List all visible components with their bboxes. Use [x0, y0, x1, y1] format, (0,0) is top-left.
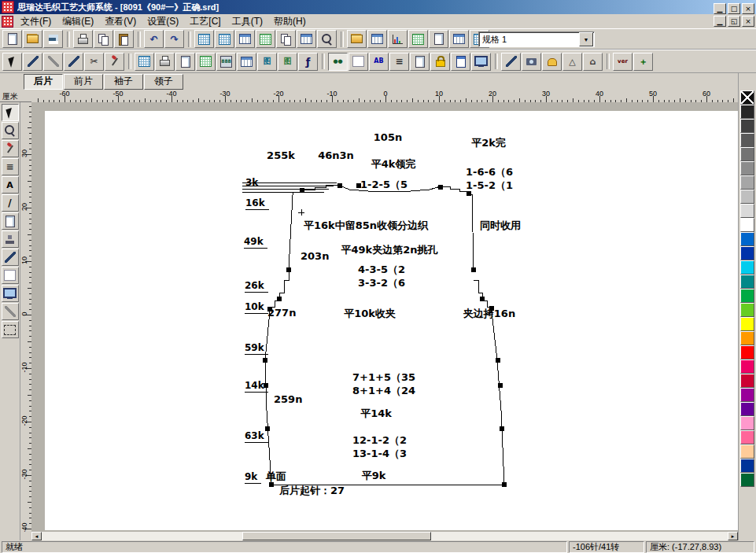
mdi-close-button[interactable]: ×: [742, 16, 754, 27]
piece-print-button[interactable]: [155, 53, 175, 71]
pattern-node[interactable]: [277, 297, 282, 301]
sheet-view-button[interactable]: [410, 53, 430, 71]
color-grid-button[interactable]: [256, 30, 275, 48]
color-swatch-26[interactable]: [740, 459, 754, 473]
minimize-button[interactable]: ▁: [714, 3, 726, 14]
lines-mode-button[interactable]: ≡: [389, 53, 409, 71]
pattern-node[interactable]: [286, 267, 291, 272]
scrollbar-thumb[interactable]: [242, 532, 431, 540]
color-swatch-15[interactable]: [740, 303, 754, 317]
picker-button[interactable]: [2, 303, 19, 320]
color-swatch-27[interactable]: [740, 473, 754, 487]
undo-button[interactable]: ↶: [144, 30, 164, 48]
color-swatch-17[interactable]: [740, 331, 754, 345]
pattern-node[interactable]: [265, 426, 270, 431]
redo-button[interactable]: ↷: [164, 30, 184, 48]
color-swatch-3[interactable]: [740, 133, 754, 147]
gauge-button[interactable]: △: [562, 53, 582, 71]
color-swatch-5[interactable]: [740, 161, 754, 175]
close-button[interactable]: ×: [742, 3, 754, 14]
color-swatch-21[interactable]: [740, 388, 754, 402]
print-button[interactable]: [73, 30, 93, 48]
menu-item-帮助(H)[interactable]: 帮助(H): [268, 14, 312, 29]
image-edit-button[interactable]: 图: [278, 53, 297, 71]
stamp-button[interactable]: [2, 230, 19, 248]
dots-mode-button[interactable]: ●●: [328, 53, 348, 71]
pattern-node[interactable]: [467, 191, 471, 196]
zoom-view-button[interactable]: [317, 30, 337, 48]
color-swatch-12[interactable]: [740, 260, 754, 275]
label-ab-button[interactable]: AB: [369, 53, 389, 71]
tool-pen-button[interactable]: [23, 53, 42, 71]
craft-grid-button[interactable]: [408, 30, 428, 48]
color-swatch-9[interactable]: [740, 218, 754, 232]
tab-后片[interactable]: 后片: [24, 74, 63, 90]
camera-button[interactable]: [522, 53, 541, 71]
scrollbar-track[interactable]: [42, 532, 728, 540]
marquee-button[interactable]: [2, 321, 19, 338]
pattern-node[interactable]: [337, 183, 342, 188]
tool-select-button[interactable]: [2, 53, 22, 71]
save-file-button[interactable]: [43, 30, 63, 48]
spec-combobox[interactable]: 规格 1 ▼: [478, 31, 595, 47]
paste-button[interactable]: [114, 30, 134, 48]
maximize-button[interactable]: □: [728, 3, 740, 14]
color-swatch-4[interactable]: [740, 147, 754, 161]
monitor-view-button[interactable]: [471, 53, 491, 71]
page-button[interactable]: [2, 212, 19, 230]
pin-button[interactable]: [2, 140, 19, 157]
color-swatch-1[interactable]: [740, 105, 754, 119]
version-edit-button[interactable]: ver: [613, 53, 632, 71]
color-swatch-14[interactable]: [740, 289, 754, 303]
color-swatch-24[interactable]: [740, 430, 754, 444]
pointer-button[interactable]: [2, 104, 19, 121]
combo-dropdown-icon[interactable]: ▼: [579, 32, 593, 46]
pattern-drawing[interactable]: [31, 102, 738, 532]
color-swatch-22[interactable]: [740, 402, 754, 416]
formula-button[interactable]: ƒ: [298, 53, 318, 71]
home-view-button[interactable]: ⌂: [583, 53, 603, 71]
node-button[interactable]: [2, 267, 19, 284]
preview-button[interactable]: [2, 285, 19, 302]
pattern-node[interactable]: [264, 383, 268, 388]
pattern-node[interactable]: [263, 358, 267, 363]
pattern-node[interactable]: [267, 307, 272, 312]
scroll-left-button[interactable]: ◄: [31, 532, 42, 540]
menu-item-查看(V)[interactable]: 查看(V): [99, 14, 142, 29]
color-swatch-16[interactable]: [740, 317, 754, 331]
pattern-node[interactable]: [502, 482, 507, 487]
color-swatch-2[interactable]: [740, 119, 754, 133]
pattern-node[interactable]: [489, 306, 494, 311]
grid-edit-button[interactable]: [135, 53, 154, 71]
add-note-button[interactable]: ＋: [633, 53, 653, 71]
title-bar[interactable]: 思瑞达毛织工艺大师系统 - [8091《90#一》正确.srd] ▁□×: [0, 0, 756, 14]
data-table-button[interactable]: [297, 30, 316, 48]
line-button[interactable]: /: [2, 194, 19, 212]
menu-item-工艺[C][interactable]: 工艺[C]: [184, 14, 226, 29]
color-swatch-8[interactable]: [740, 204, 754, 218]
new-file-button[interactable]: [2, 30, 22, 48]
color-swatch-20[interactable]: [740, 374, 754, 388]
pattern-node[interactable]: [356, 183, 361, 188]
page-setup-button[interactable]: [429, 30, 448, 48]
image-view-button[interactable]: 图: [257, 53, 277, 71]
pattern-node[interactable]: [438, 185, 443, 190]
copy-button[interactable]: [94, 30, 113, 48]
h-scrollbar[interactable]: ◄ ►: [31, 532, 738, 540]
open-craft-button[interactable]: [347, 30, 367, 48]
color-swatch-23[interactable]: [740, 416, 754, 430]
pattern-node[interactable]: [500, 426, 504, 431]
needle-calc-button[interactable]: 888: [216, 53, 236, 71]
canvas[interactable]: 105n255k46n3n平4k领完平2k完1-2-5（51-6-6（61-5-…: [31, 102, 738, 532]
pattern-node[interactable]: [480, 297, 485, 301]
menu-item-工具(T)[interactable]: 工具(T): [227, 14, 268, 29]
menu-item-文件(F)[interactable]: 文件(F): [15, 14, 57, 29]
open-file-button[interactable]: [23, 30, 42, 48]
calc-table-button[interactable]: [449, 30, 469, 48]
menu-item-编辑(E)[interactable]: 编辑(E): [57, 14, 99, 29]
color-swatch-18[interactable]: [740, 345, 754, 359]
sheet-pages-button[interactable]: [276, 30, 296, 48]
cell-grid-button[interactable]: [196, 53, 216, 71]
tab-袖子[interactable]: 袖子: [104, 74, 143, 90]
tool-curve-button[interactable]: [64, 53, 83, 71]
